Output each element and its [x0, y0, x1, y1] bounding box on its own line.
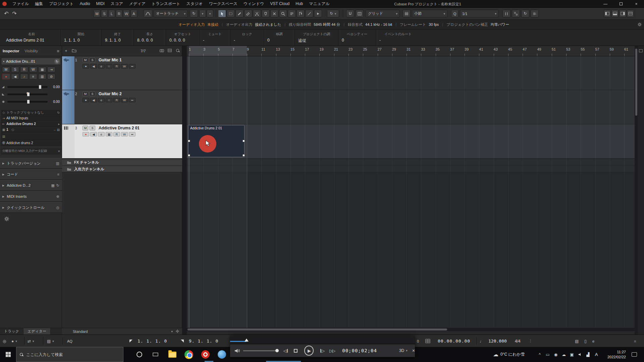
menu-item[interactable]: MIDI [93, 0, 108, 8]
quantize-dropdown[interactable]: 1/1 ▾ [460, 10, 499, 17]
timeline-ruler[interactable]: 1357911131517192123252729313335373941434… [187, 46, 635, 56]
automation-option-2[interactable]: ▾ [207, 10, 213, 17]
setup-window-layout-button[interactable] [627, 10, 634, 17]
menu-item[interactable]: ファイル [9, 0, 32, 8]
cortana-button[interactable] [131, 347, 147, 362]
speaker-icon[interactable] [234, 348, 240, 353]
scroll-thumb[interactable] [635, 49, 637, 116]
close-player-button[interactable]: × [412, 348, 415, 353]
track-color-strip[interactable] [62, 56, 74, 90]
track-name[interactable]: Guitar Mic 1 [99, 58, 122, 62]
task-view-button[interactable] [148, 347, 163, 362]
stop-button[interactable] [294, 349, 298, 353]
write-automation-button[interactable]: W [121, 132, 128, 136]
right-zone-toggle[interactable] [619, 10, 626, 17]
read-automation-button[interactable]: R [20, 67, 28, 72]
punch-mode-dropdown[interactable]: ⇄▾ [28, 335, 39, 347]
hidden-icons-button[interactable]: ^ [536, 347, 543, 362]
player-seek-handle[interactable] [245, 339, 249, 342]
menu-item[interactable]: プロジェクト [46, 0, 77, 8]
menu-item[interactable]: ウィンドウ [240, 0, 267, 8]
write-automation-button[interactable]: W [29, 67, 37, 72]
tray-speaker-icon[interactable] [576, 347, 584, 362]
menu-item[interactable]: ワークスペース [206, 0, 240, 8]
event-handle[interactable] [188, 140, 190, 142]
status-item[interactable]: 残り録音時間 5845 時間 44 分 [281, 22, 340, 27]
horizontal-scrollbar[interactable] [187, 328, 635, 331]
state-button[interactable]: S [101, 10, 108, 17]
info-field[interactable]: ロック - [230, 29, 264, 46]
volume-value[interactable]: 0.00 [50, 85, 60, 89]
monitor-button[interactable]: ◀ [11, 74, 19, 79]
menu-item[interactable]: 編集 [32, 0, 46, 8]
read-automation-button[interactable]: R [113, 132, 120, 136]
mode-dropdown[interactable]: 3D▾ [399, 348, 408, 353]
iterative-quantize-button[interactable] [502, 10, 511, 17]
constrain-delay-icon[interactable]: ◎ [3, 335, 10, 347]
automation-suspend-button[interactable]: ↻ [190, 10, 198, 17]
fx-channel-folder-row[interactable]: FX チャンネル [62, 159, 182, 166]
instrument-row[interactable]: ⓔ Addictive drums 2 [1, 140, 61, 146]
status-item[interactable]: フレームレート 30 fps [392, 22, 439, 27]
transport-options-icon[interactable]: ⋮ [529, 335, 532, 347]
info-field[interactable]: オフセット 0. 0. 0. 0 [166, 29, 199, 46]
pan-slider[interactable]: C [7, 94, 48, 95]
section-chords[interactable]: ▶ コード ≡ [0, 169, 62, 180]
channel-extra-icons[interactable]: → ▤ [53, 128, 61, 131]
step-forward-button[interactable]: ▷ [320, 348, 325, 353]
write-automation-button[interactable]: W [121, 98, 128, 102]
status-item[interactable]: 録音形式 44.1 kHz - 16 bit [340, 22, 392, 27]
left-zone-toggle[interactable] [604, 10, 611, 17]
no-output-icon[interactable]: ⊘ [47, 74, 55, 79]
menu-item[interactable]: マニュアル [306, 0, 332, 8]
snap-type-dropdown[interactable]: グリッド ▾ [366, 10, 400, 17]
volume-knob[interactable] [275, 349, 279, 352]
track-row-addictive-drums[interactable]: 3 M S Addictive Drums 2 01 ● ◀ e ▦ R W ▪… [62, 124, 182, 159]
midi-channel-row[interactable]: ▦ 1 ◇ → ▤ [1, 127, 61, 132]
track-color-strip[interactable] [62, 124, 74, 158]
right-locator-value[interactable]: 9. 1. 1. 0 [189, 335, 218, 347]
instrument-edit-icon[interactable]: ⓔ [1, 141, 6, 145]
track-filter-icon[interactable] [166, 49, 174, 53]
volume-slider[interactable] [243, 350, 277, 351]
file-explorer-button[interactable] [164, 347, 180, 362]
reload-icon[interactable]: ↻ [56, 183, 59, 188]
ime-mode-indicator[interactable]: A [592, 347, 600, 362]
tray-display-icon[interactable]: ▣ [568, 347, 576, 362]
tab-visibility[interactable]: Visibility [22, 49, 41, 53]
left-locator-value[interactable]: 1. 1. 1. 0 [138, 335, 167, 347]
section-instrument[interactable]: ▶ Addictive D...2 ▦↻ [0, 180, 62, 191]
write-automation-button[interactable]: W [121, 64, 128, 68]
quick-controls-active-icon[interactable]: ◎ [56, 205, 62, 210]
info-field[interactable]: ミュート - [199, 29, 230, 46]
grid-type-icon[interactable] [402, 10, 411, 17]
event-handle[interactable] [188, 154, 190, 157]
tab-inspector[interactable]: Inspector [0, 49, 22, 53]
track-preset-button[interactable] [70, 49, 78, 53]
record-enable-button[interactable]: ● [2, 74, 10, 79]
glue-tool[interactable] [262, 10, 270, 17]
close-button[interactable]: × [629, 0, 644, 8]
monitor-button[interactable]: ◀ [90, 132, 97, 136]
midi-note-icon[interactable]: ♪ [20, 74, 28, 79]
record-enable-button[interactable]: ● [83, 98, 89, 102]
split-tool[interactable] [253, 10, 261, 17]
preset-reload-icon[interactable]: ↻ [57, 111, 61, 114]
state-button[interactable]: A [130, 10, 137, 17]
add-track-button[interactable]: + [62, 49, 70, 53]
status-line-gear-icon[interactable] [637, 22, 642, 27]
mute-button[interactable]: M [83, 126, 88, 130]
track-controls-gear-icon[interactable] [173, 329, 182, 334]
recorder-app-button[interactable] [197, 347, 213, 362]
metronome-icon[interactable]: ♩ [480, 335, 484, 347]
left-locator-flag-icon[interactable] [129, 335, 132, 347]
grid-type-dropdown[interactable]: 小節 ▾ [412, 10, 447, 17]
section-quick-controls[interactable]: ▶ クイックコントロール ◎ [0, 202, 62, 213]
mute-button[interactable]: M [2, 67, 10, 72]
state-button[interactable]: W [123, 10, 130, 17]
monitor-button[interactable]: ◀ [90, 64, 97, 68]
io-channel-folder-row[interactable]: 入出力チャンネル [62, 166, 182, 172]
automation-mode-dropdown[interactable]: オートラッチ ▾ [154, 10, 188, 17]
time-signature-value[interactable]: 4/4 [515, 335, 521, 347]
section-midi-inserts[interactable]: ▶ MIDI Inserts ⊕ [0, 191, 62, 202]
